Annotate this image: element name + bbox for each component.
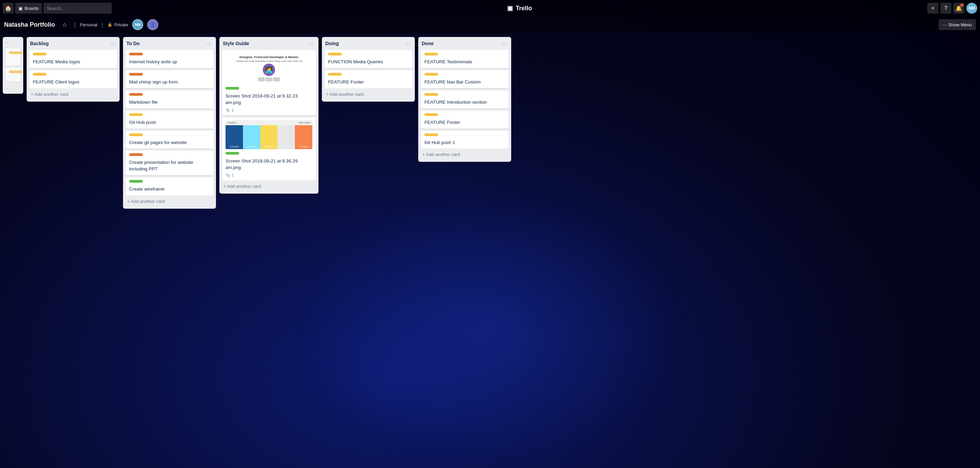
nav-logo: ▣ Trello <box>113 5 926 12</box>
column-doing-title: Doing <box>325 41 339 46</box>
board-avatar-2[interactable]: 👤 <box>147 19 158 30</box>
card-mailchimp[interactable]: Mail chimp sign up form <box>126 70 213 88</box>
palette-hex-3: #F9D954 <box>264 145 274 148</box>
board-header: Natasha Portfolio ☆ | Personal | 🔒 Priva… <box>0 16 980 33</box>
column-done-title: Done <box>422 41 434 46</box>
separator1: | <box>74 21 76 29</box>
card-function-media[interactable]: FUNCTION Media Queries <box>325 50 412 68</box>
card-label-orange <box>129 73 143 76</box>
column-done-menu[interactable]: ··· <box>501 40 508 47</box>
add-card-done[interactable]: + Add another card <box>421 150 509 159</box>
board-avatar-nm-label: NM <box>135 22 141 27</box>
column-backlog: Backlog ··· FEATURE Media logos FEATURE … <box>27 37 119 102</box>
avatar[interactable]: NM <box>966 3 977 14</box>
card-label-orange <box>129 53 143 56</box>
add-card-todo[interactable]: + Add another card <box>126 197 213 206</box>
partial-card-1[interactable] <box>5 49 21 65</box>
card-feature-client-logos[interactable]: FEATURE Client logos <box>29 70 117 88</box>
card-label-yellow <box>129 133 143 136</box>
card-title: Create git pages for website <box>129 140 210 146</box>
column-style-guide-menu[interactable]: ··· <box>308 40 315 47</box>
card-title: Mail chimp sign up form <box>129 79 210 86</box>
card-screenshot-2[interactable]: coolors WILLIAM #1A5493 #7BE3FD #F9D954 <box>222 117 316 180</box>
add-button[interactable]: + <box>928 3 938 14</box>
card-label-yellow <box>328 73 342 76</box>
sg-box-1 <box>258 77 265 81</box>
card-presentation[interactable]: Create presentation for website includin… <box>126 150 213 175</box>
card-wireframe[interactable]: Create wireframe <box>126 177 213 195</box>
board-personal: Personal <box>80 22 97 27</box>
palette-bar-2: #7BE3FD <box>243 125 260 149</box>
palette-hex-1: #1A5493 <box>229 145 239 148</box>
palette-bar-3: #F9D954 <box>260 125 278 149</box>
board-private: 🔒 Private <box>107 22 128 27</box>
notification-button[interactable]: 🔔 <box>953 3 964 14</box>
column-doing-menu[interactable]: ··· <box>404 40 411 47</box>
star-icon: ☆ <box>62 22 67 28</box>
partial-label-2 <box>9 70 22 73</box>
board-avatar-2-label: 👤 <box>150 22 155 27</box>
column-backlog-cards: FEATURE Media logos FEATURE Client logos <box>29 50 117 88</box>
board-title: Natasha Portfolio <box>4 21 55 29</box>
top-nav: 🏠 ▣ Boards ▣ Trello + ? 🔔 NM <box>0 0 980 16</box>
column-doing: Doing ··· FUNCTION Media Queries FEATURE… <box>322 37 415 102</box>
show-menu-button[interactable]: ··· Show Menu <box>939 19 976 30</box>
card-attachment: 📎 1 <box>226 108 312 113</box>
column-backlog-menu[interactable]: ··· <box>109 40 116 47</box>
palette-bar-5: #F7834C <box>295 125 312 149</box>
card-label-green <box>226 87 239 89</box>
column-todo-menu[interactable]: ··· <box>205 40 213 47</box>
star-button[interactable]: ☆ <box>59 19 70 30</box>
palette-bar-1: #1A5493 <box>226 125 243 149</box>
column-done-header: Done ··· <box>421 40 509 47</box>
card-title: FUNCTION Media Queries <box>328 59 409 65</box>
card-title: FEATURE Client logos <box>33 79 113 86</box>
palette-hex-2: #7BE3FD <box>247 145 257 148</box>
partial-label-1 <box>9 51 22 54</box>
palette-bars: #1A5493 #7BE3FD #F9D954 #E7E7E9 #F7834C <box>226 125 312 149</box>
home-icon: 🏠 <box>5 5 12 12</box>
card-title: FEATURE Nav Bar Custom <box>425 79 505 86</box>
card-feature-footer-doing[interactable]: FEATURE Footer <box>325 70 412 88</box>
card-label-orange <box>129 93 143 96</box>
card-feature-navbar[interactable]: FEATURE Nav Bar Custom <box>421 70 509 88</box>
card-feature-testimonials[interactable]: FEATURE Testimonials <box>421 50 509 68</box>
card-git-pages[interactable]: Create git pages for website <box>126 131 213 149</box>
paperclip-icon-2: 📎 <box>226 173 230 177</box>
column-style-guide-header: Style Guide ··· <box>222 40 316 47</box>
column-style-guide-title: Style Guide <box>223 41 249 46</box>
card-feature-intro[interactable]: FEATURE Introduction section <box>421 90 509 109</box>
add-card-style-guide[interactable]: + Add another card <box>222 182 316 191</box>
designer-body: I design and code beautifully simple thi… <box>228 60 310 62</box>
card-label-yellow <box>425 53 438 56</box>
attachment-count-2: 1 <box>232 173 234 177</box>
card-title: Internet history write up <box>129 59 210 65</box>
card-internet-history[interactable]: Internet history write up <box>126 50 213 68</box>
designer-subtitle: Designer, Front-end Developer & Mentor <box>228 56 310 59</box>
info-button[interactable]: ? <box>940 3 951 14</box>
card-label-yellow <box>425 133 438 136</box>
board-avatar-nm[interactable]: NM <box>132 19 143 30</box>
add-card-doing[interactable]: + Add another card <box>325 89 412 99</box>
separator2: | <box>102 21 103 29</box>
card-feature-media-logos[interactable]: FEATURE Media logos <box>29 50 117 68</box>
search-input[interactable] <box>43 3 112 14</box>
palette-tool-name: coolors <box>228 121 237 124</box>
card-label-yellow <box>425 93 438 96</box>
partial-card-2[interactable] <box>5 68 21 81</box>
add-icon: + <box>931 5 934 11</box>
paperclip-icon: 📎 <box>226 108 230 113</box>
card-title: Create presentation for website includin… <box>129 160 210 173</box>
home-button[interactable]: 🏠 <box>3 3 14 14</box>
card-title: Git Hub push 1 <box>425 140 505 146</box>
card-feature-footer-done[interactable]: FEATURE Footer <box>421 110 509 129</box>
card-markdown[interactable]: Markdown file <box>126 90 213 109</box>
card-image-palette: coolors WILLIAM #1A5493 #7BE3FD #F9D954 <box>226 120 312 149</box>
boards-button[interactable]: ▣ Boards <box>15 3 42 14</box>
palette-tool-name2: WILLIAM <box>299 121 310 124</box>
card-github-push[interactable]: Git Hub push <box>126 110 213 129</box>
add-card-backlog[interactable]: + Add another card <box>29 89 117 99</box>
card-github-push-1[interactable]: Git Hub push 1 <box>421 131 509 149</box>
card-screenshot-1[interactable]: Designer, Front-end Developer & Mentor I… <box>222 50 316 115</box>
card-label-yellow <box>328 53 342 56</box>
